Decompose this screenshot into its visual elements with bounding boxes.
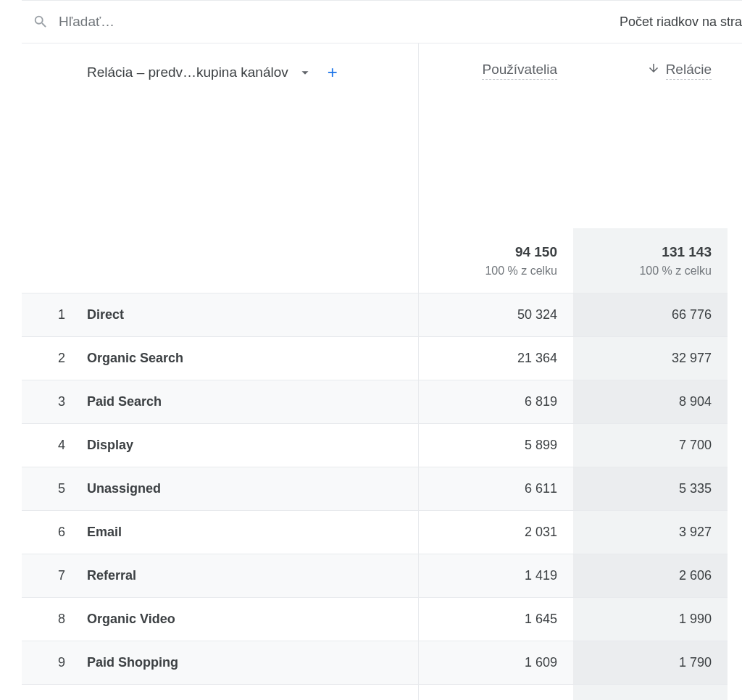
table-row[interactable]: 9Paid Shopping bbox=[22, 641, 418, 685]
metric-cell: 1 790 bbox=[573, 641, 728, 685]
table-row[interactable]: 7Referral bbox=[22, 554, 418, 598]
metric-cell: 66 776 bbox=[573, 293, 728, 337]
metric-header-sessions[interactable]: Relácie bbox=[573, 43, 728, 98]
rows-per-page-label: Počet riadkov na stra bbox=[620, 14, 742, 30]
metric-column-sessions: Relácie 131 143 100 % z celku 66 77632 9… bbox=[573, 43, 728, 700]
row-label: Unassigned bbox=[87, 481, 161, 496]
row-index: 4 bbox=[22, 438, 87, 453]
metric-label: Relácie bbox=[666, 62, 712, 80]
metric-cell: 6 819 bbox=[419, 380, 573, 424]
row-index: 3 bbox=[22, 394, 87, 409]
data-table: Relácia – predv…kupina kanálov + 1Direct… bbox=[22, 43, 742, 700]
metric-label: Používatelia bbox=[482, 62, 557, 80]
table-row[interactable]: 4Display bbox=[22, 424, 418, 467]
metric-cell: 2 606 bbox=[573, 554, 728, 598]
metric-cell: 5 899 bbox=[419, 424, 573, 467]
row-label: Paid Shopping bbox=[87, 655, 178, 670]
metric-cell: 50 324 bbox=[419, 293, 573, 337]
metric-cell: 1 645 bbox=[419, 598, 573, 641]
metric-cell: 6 611 bbox=[419, 467, 573, 511]
total-value: 131 143 bbox=[662, 244, 712, 260]
row-label: Referral bbox=[87, 568, 136, 583]
metric-cell: 2 031 bbox=[419, 511, 573, 554]
row-index: 1 bbox=[22, 307, 87, 322]
metric-total-sessions: 131 143 100 % z celku bbox=[573, 228, 728, 293]
dimension-header: Relácia – predv…kupina kanálov + bbox=[22, 43, 418, 98]
add-dimension-button[interactable]: + bbox=[328, 64, 338, 81]
row-label: Direct bbox=[87, 307, 124, 322]
metric-cell: 7 700 bbox=[573, 424, 728, 467]
metric-cell: 1 010 bbox=[419, 685, 573, 700]
total-percent: 100 % z celku bbox=[639, 264, 712, 278]
search-row: Počet riadkov na stra bbox=[22, 1, 742, 43]
row-label: Display bbox=[87, 438, 133, 453]
row-index: 2 bbox=[22, 351, 87, 366]
total-percent: 100 % z celku bbox=[485, 264, 557, 278]
metric-cell: 1 472 bbox=[573, 685, 728, 700]
row-index: 7 bbox=[22, 568, 87, 583]
row-label: Paid Search bbox=[87, 394, 162, 409]
metric-cell: 32 977 bbox=[573, 337, 728, 380]
dimension-selector[interactable]: Relácia – predv…kupina kanálov bbox=[87, 64, 288, 80]
metric-column-users: Používatelia 94 150 100 % z celku 50 324… bbox=[419, 43, 573, 700]
search-input[interactable] bbox=[59, 14, 276, 30]
sort-descending-icon bbox=[647, 62, 660, 75]
row-index: 8 bbox=[22, 612, 87, 627]
chevron-down-icon[interactable] bbox=[297, 64, 313, 80]
table-row[interactable]: 10Organic Social bbox=[22, 685, 418, 700]
metric-cell: 1 609 bbox=[419, 641, 573, 685]
row-label: Organic Search bbox=[87, 351, 183, 366]
total-value: 94 150 bbox=[515, 244, 557, 260]
table-row[interactable]: 1Direct bbox=[22, 293, 418, 337]
metric-cell: 5 335 bbox=[573, 467, 728, 511]
table-row[interactable]: 6Email bbox=[22, 511, 418, 554]
table-row[interactable]: 3Paid Search bbox=[22, 380, 418, 424]
row-index: 6 bbox=[22, 525, 87, 540]
table-row[interactable]: 5Unassigned bbox=[22, 467, 418, 511]
metric-cell: 3 927 bbox=[573, 511, 728, 554]
metric-cell: 1 990 bbox=[573, 598, 728, 641]
table-row[interactable]: 8Organic Video bbox=[22, 598, 418, 641]
row-index: 9 bbox=[22, 655, 87, 670]
metric-cell: 21 364 bbox=[419, 337, 573, 380]
table-row[interactable]: 2Organic Search bbox=[22, 337, 418, 380]
search-icon bbox=[33, 14, 49, 30]
metric-total-users: 94 150 100 % z celku bbox=[419, 228, 573, 293]
metric-cell: 1 419 bbox=[419, 554, 573, 598]
metric-cell: 8 904 bbox=[573, 380, 728, 424]
row-label: Email bbox=[87, 525, 122, 540]
row-index: 5 bbox=[22, 481, 87, 496]
metric-header-users[interactable]: Používatelia bbox=[419, 43, 573, 98]
row-label: Organic Video bbox=[87, 612, 175, 627]
